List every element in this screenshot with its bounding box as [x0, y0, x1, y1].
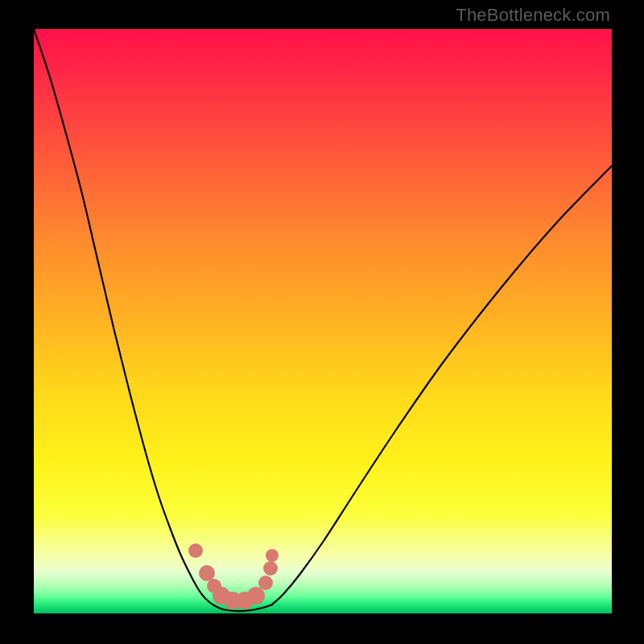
curve-line: [34, 29, 612, 611]
trough-marker: [263, 561, 278, 576]
chart-frame: TheBottleneck.com: [0, 0, 644, 644]
trough-marker: [247, 587, 265, 605]
trough-marker: [258, 576, 273, 590]
bottleneck-curve: [34, 29, 612, 613]
trough-marker: [266, 549, 279, 562]
trough-marker: [199, 565, 215, 581]
watermark-text: TheBottleneck.com: [456, 5, 610, 26]
plot-area: [34, 29, 612, 613]
trough-marker: [188, 543, 203, 558]
